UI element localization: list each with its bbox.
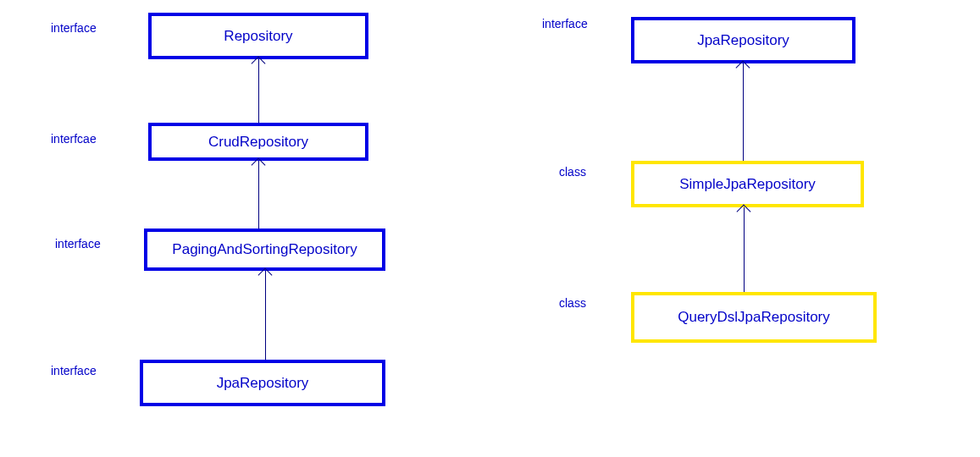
stereotype-label: class xyxy=(559,296,586,310)
interface-box-jparepository-right: JpaRepository xyxy=(631,17,855,63)
box-label: JpaRepository xyxy=(697,32,789,49)
stereotype-label: interface xyxy=(51,364,97,377)
box-label: CrudRepository xyxy=(208,134,308,151)
box-label: Repository xyxy=(224,28,292,45)
inheritance-arrow xyxy=(265,271,266,360)
box-label: JpaRepository xyxy=(217,375,309,392)
stereotype-label: class xyxy=(559,165,586,179)
stereotype-label: interface xyxy=(542,17,588,30)
stereotype-label: interface xyxy=(55,237,101,251)
inheritance-arrow xyxy=(258,59,259,123)
interface-box-crudrepository: CrudRepository xyxy=(148,123,368,161)
inheritance-arrow xyxy=(743,63,744,161)
class-box-simplejparepository: SimpleJpaRepository xyxy=(631,161,864,207)
inheritance-arrow xyxy=(744,207,745,292)
inheritance-arrow xyxy=(258,161,259,228)
stereotype-label: interfcae xyxy=(51,132,97,146)
box-label: PagingAndSortingRepository xyxy=(172,241,357,258)
box-label: QueryDslJpaRepository xyxy=(678,309,830,326)
stereotype-label: interface xyxy=(51,21,97,35)
interface-box-pagingandsorting: PagingAndSortingRepository xyxy=(144,228,385,271)
box-label: SimpleJpaRepository xyxy=(679,176,816,193)
interface-box-jparepository: JpaRepository xyxy=(140,360,385,406)
interface-box-repository: Repository xyxy=(148,13,368,59)
class-box-querydsljparepository: QueryDslJpaRepository xyxy=(631,292,877,343)
